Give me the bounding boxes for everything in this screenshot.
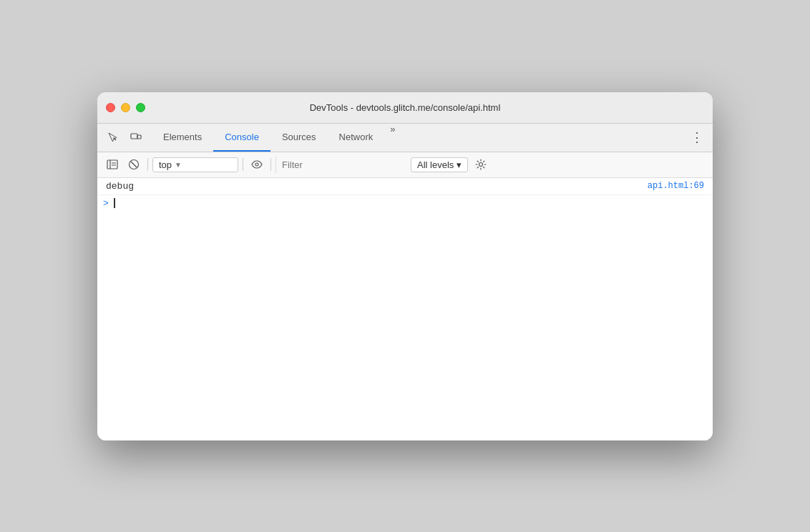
context-selector[interactable]: top ▼ bbox=[152, 157, 238, 172]
svg-line-7 bbox=[131, 162, 137, 167]
title-bar: DevTools - devtools.glitch.me/console/ap… bbox=[97, 92, 713, 124]
settings-button[interactable] bbox=[471, 154, 491, 174]
log-source[interactable]: api.html:69 bbox=[648, 181, 704, 191]
device-toggle-button[interactable] bbox=[126, 127, 146, 147]
filter-input[interactable] bbox=[275, 157, 408, 173]
context-dropdown-arrow: ▼ bbox=[175, 161, 182, 169]
traffic-lights bbox=[106, 103, 145, 112]
log-text: debug bbox=[106, 181, 134, 192]
clear-console-button[interactable] bbox=[125, 155, 143, 174]
devtools-window: DevTools - devtools.glitch.me/console/ap… bbox=[97, 92, 713, 440]
window-title: DevTools - devtools.glitch.me/console/ap… bbox=[310, 102, 501, 113]
tab-network[interactable]: Network bbox=[328, 124, 385, 152]
tabs-bar: Elements Console Sources Network » ⋮ bbox=[97, 124, 713, 152]
console-cursor bbox=[114, 198, 115, 208]
close-button[interactable] bbox=[106, 103, 115, 112]
divider-1 bbox=[147, 158, 148, 171]
svg-point-8 bbox=[255, 163, 258, 166]
tab-sources[interactable]: Sources bbox=[270, 124, 328, 152]
divider-3 bbox=[270, 158, 271, 171]
tabs-more-button[interactable]: » bbox=[384, 124, 401, 152]
levels-select[interactable]: All levels ▾ bbox=[411, 157, 468, 172]
clear-icon bbox=[128, 159, 140, 170]
console-input-line: > bbox=[97, 195, 713, 212]
toolbar-icons bbox=[103, 127, 146, 147]
tab-console[interactable]: Console bbox=[213, 124, 270, 152]
tab-elements[interactable]: Elements bbox=[152, 124, 213, 152]
gear-icon bbox=[475, 159, 487, 170]
device-icon bbox=[130, 132, 142, 143]
sidebar-icon bbox=[107, 159, 118, 170]
tabs-menu-button[interactable]: ⋮ bbox=[687, 127, 707, 147]
eye-icon bbox=[251, 159, 263, 170]
console-body: debug api.html:69 > bbox=[97, 178, 713, 212]
minimize-button[interactable] bbox=[121, 103, 130, 112]
divider-2 bbox=[243, 158, 243, 171]
console-toolbar: top ▼ All levels ▾ bbox=[97, 152, 713, 178]
log-entry: debug api.html:69 bbox=[97, 178, 713, 195]
inspect-element-button[interactable] bbox=[103, 127, 123, 147]
console-empty-area[interactable] bbox=[97, 212, 713, 440]
cursor-icon bbox=[107, 132, 119, 143]
levels-arrow: ▾ bbox=[457, 159, 462, 170]
svg-point-9 bbox=[479, 163, 483, 167]
svg-rect-1 bbox=[137, 135, 141, 139]
svg-rect-0 bbox=[131, 134, 137, 139]
sidebar-toggle-button[interactable] bbox=[103, 155, 122, 174]
svg-rect-2 bbox=[107, 160, 117, 169]
tabs-container: Elements Console Sources Network » bbox=[152, 124, 687, 152]
console-prompt: > bbox=[103, 198, 109, 209]
eye-button[interactable] bbox=[248, 155, 266, 174]
maximize-button[interactable] bbox=[136, 103, 145, 112]
